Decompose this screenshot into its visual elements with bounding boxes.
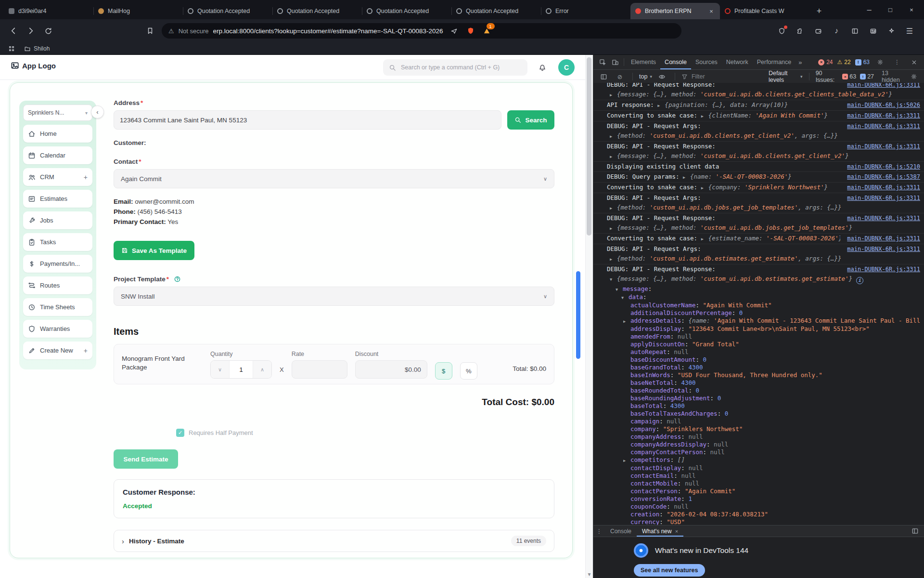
see-all-features-button[interactable]: See all new features	[634, 564, 705, 577]
source-link[interactable]: main-DUBNX-6R.js:3311	[840, 83, 920, 89]
discount-dollar-toggle[interactable]: $	[435, 362, 452, 380]
issues-label[interactable]: 90 Issues:	[816, 70, 839, 83]
address-search-button[interactable]: Search	[507, 110, 554, 130]
source-link[interactable]: main-DUBNX-6R.js:5026	[840, 101, 920, 109]
security-label[interactable]: Not secure	[179, 27, 209, 35]
bookmark-folder[interactable]: Shiloh	[24, 45, 50, 52]
avatar[interactable]: C	[558, 59, 575, 76]
quantity-increase-button[interactable]: ∧	[253, 361, 271, 378]
browser-tab[interactable]: Quotation Accepted	[183, 3, 272, 19]
expand-arrow-icon[interactable]: ▼	[616, 286, 623, 293]
warning-counter[interactable]: ⚠22	[837, 59, 851, 66]
expand-arrow-icon[interactable]: ▶	[683, 173, 690, 181]
expand-arrow-icon[interactable]: ▶	[610, 255, 617, 263]
sidebar-item-calendar[interactable]: Calendar	[23, 146, 92, 164]
devtools-kebab-icon[interactable]: ⋮	[891, 56, 903, 68]
sidebar-item-jobs[interactable]: Jobs	[23, 211, 92, 229]
expand-arrow-icon[interactable]: ▶	[623, 457, 630, 464]
search-input[interactable]	[400, 64, 522, 71]
browser-tab[interactable]: Profitable Casts W	[720, 3, 809, 19]
project-template-select[interactable]: SNW Install ∨	[114, 287, 554, 306]
browser-tab[interactable]: Quotation Accepted	[451, 3, 541, 19]
history-accordion[interactable]: › History - Estimate 11 events	[114, 530, 554, 552]
source-link[interactable]: main-DUBNX-6R.js:3311	[840, 184, 920, 191]
expand-arrow-icon[interactable]: ▼	[610, 276, 617, 283]
expand-arrow-icon[interactable]: ▶	[701, 235, 708, 243]
expand-arrow-icon[interactable]: ▶	[610, 153, 617, 160]
expand-arrow-icon[interactable]: ▶	[623, 317, 630, 325]
menu-icon[interactable]: ☰	[904, 25, 915, 37]
context-selector[interactable]: top▾	[639, 73, 652, 80]
inspect-element-icon[interactable]	[596, 56, 609, 68]
quantity-decrease-button[interactable]: ∨	[211, 361, 229, 378]
browser-tab[interactable]: Quotation Accepted	[272, 3, 362, 19]
dock-panel-icon[interactable]	[909, 525, 921, 538]
tab-close-icon[interactable]: ×	[707, 8, 715, 15]
sidebar-item-create-new[interactable]: Create New+	[23, 342, 92, 359]
devtools-tab-performance[interactable]: Performance	[753, 55, 796, 69]
half-payment-checkbox[interactable]: ✓	[176, 429, 184, 437]
new-tab-button[interactable]: +	[812, 4, 826, 18]
source-link[interactable]: main-DUBNX-6R.js:3311	[840, 214, 920, 222]
page-scrollbar-thumb[interactable]	[587, 57, 591, 236]
send-estimate-button[interactable]: Send Estimate	[114, 449, 178, 469]
expand-arrow-icon[interactable]: ▶	[610, 224, 617, 232]
drawer-tab-console[interactable]: Console	[605, 525, 637, 537]
add-icon[interactable]: +	[84, 173, 88, 181]
bookmark-button[interactable]	[142, 23, 158, 39]
devtools-tab-console[interactable]: Console	[660, 55, 691, 69]
sidebar-item-home[interactable]: Home	[23, 125, 92, 143]
discount-percent-toggle[interactable]: %	[460, 362, 477, 380]
brave-rewards-icon[interactable]: 1	[481, 25, 493, 37]
sparkle-icon[interactable]	[886, 25, 897, 37]
source-link[interactable]: main-DUBNX-6R.js:3311	[840, 265, 920, 273]
page-scrollbar[interactable]: ▼	[585, 55, 593, 578]
browser-tab[interactable]: Quotation Accepted	[362, 3, 451, 19]
company-select[interactable]: Sprinklers N... ▾	[23, 105, 92, 121]
apps-grid-icon[interactable]	[6, 43, 17, 54]
back-button[interactable]	[6, 23, 21, 39]
sidebar-item-tasks[interactable]: Tasks	[23, 233, 92, 251]
save-as-template-button[interactable]: Save As Template	[114, 241, 194, 260]
console-settings-icon[interactable]	[908, 70, 920, 83]
expand-arrow-icon[interactable]: ▶	[610, 204, 617, 212]
browser-tab[interactable]: MailHog	[93, 3, 183, 19]
devtools-tab-sources[interactable]: Sources	[691, 55, 722, 69]
issues-info-badge[interactable]: !27	[860, 73, 874, 80]
browser-tab[interactable]: d3i9ei0ar4	[4, 3, 93, 19]
share-icon[interactable]	[449, 25, 460, 37]
forward-button[interactable]	[23, 23, 38, 39]
command-search[interactable]	[383, 59, 527, 76]
drawer-menu-icon[interactable]: ⋮	[593, 528, 605, 535]
browser-tab[interactable]: Error	[541, 3, 630, 19]
devtools-settings-icon[interactable]	[874, 56, 886, 68]
scroll-down-arrow[interactable]: ▼	[586, 572, 593, 577]
sidebar-collapse-button[interactable]: ‹	[91, 105, 104, 118]
error-counter[interactable]: ×24	[818, 59, 833, 66]
address-bar[interactable]: ⚠ Not secure erp.local:8000/clients?look…	[162, 23, 681, 39]
close-icon[interactable]: ×	[675, 528, 678, 534]
inner-scrollbar-thumb[interactable]	[576, 271, 580, 359]
discount-input[interactable]	[355, 360, 427, 379]
source-link[interactable]: main-DUBNX-6R.js:5210	[840, 163, 920, 171]
sidebar-item-warranties[interactable]: Warranties	[23, 320, 92, 338]
clear-console-icon[interactable]: ⊘	[614, 70, 626, 83]
log-levels-selector[interactable]: Default levels▾	[769, 70, 803, 83]
issues-counter[interactable]: !63	[855, 59, 870, 66]
filter-input[interactable]	[691, 73, 765, 80]
live-expression-eye-icon[interactable]	[656, 70, 668, 83]
expand-arrow-icon[interactable]: ▶	[701, 112, 708, 120]
wallet-icon[interactable]	[812, 25, 824, 37]
rate-input[interactable]	[292, 360, 347, 379]
more-tabs-icon[interactable]: »	[796, 59, 805, 66]
address-input[interactable]	[114, 110, 501, 130]
sidebar-item-crm[interactable]: CRM+	[23, 168, 92, 186]
devtools-tab-elements[interactable]: Elements	[627, 55, 660, 69]
sidebar-item-estimates[interactable]: Estimates	[23, 190, 92, 208]
expand-arrow-icon[interactable]: ▶	[701, 184, 708, 192]
info-icon[interactable]: i	[856, 277, 863, 284]
device-toolbar-icon[interactable]	[609, 56, 621, 68]
expand-arrow-icon[interactable]: ▼	[621, 294, 629, 302]
source-link[interactable]: main-DUBNX-6R.js:3311	[840, 143, 920, 150]
media-icon[interactable]: ♪	[831, 25, 842, 37]
